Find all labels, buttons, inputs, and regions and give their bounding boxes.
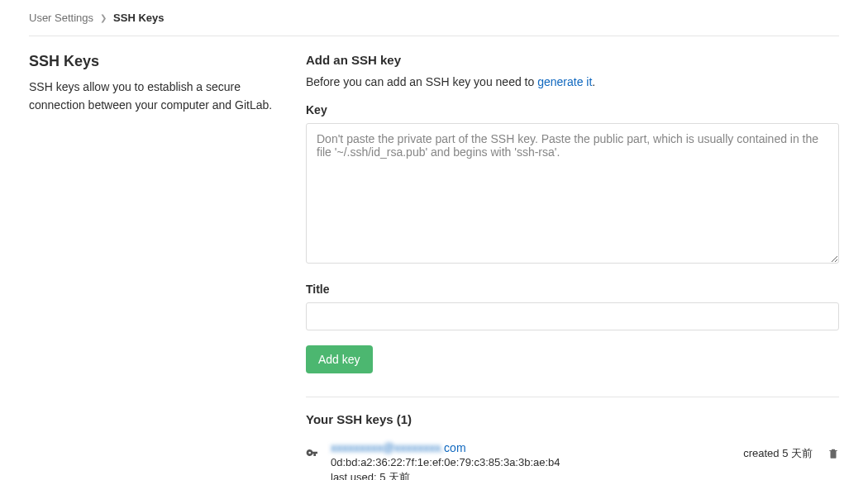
key-last-used: last used: 5 天前 xyxy=(331,470,732,480)
key-email-obscured[interactable]: xxxxxxxxx@xxxxxxxx. xyxy=(331,441,444,454)
key-icon xyxy=(306,446,319,462)
key-fingerprint: 0d:bd:a2:36:22:7f:1e:ef:0e:79:c3:85:3a:3… xyxy=(331,456,732,468)
key-email-suffix[interactable]: com xyxy=(444,441,465,454)
key-created: created 5 天前 xyxy=(743,446,813,461)
title-label: Title xyxy=(306,283,839,296)
your-keys-heading: Your SSH keys (1) xyxy=(306,412,839,426)
add-key-heading: Add an SSH key xyxy=(306,53,839,67)
trash-icon[interactable] xyxy=(827,448,839,459)
page-description: SSH keys allow you to establish a secure… xyxy=(29,78,289,114)
breadcrumb-current: SSH Keys xyxy=(113,12,164,24)
key-textarea[interactable] xyxy=(306,123,839,264)
divider xyxy=(306,397,839,397)
intro-suffix: . xyxy=(592,75,595,88)
page-title: SSH Keys xyxy=(29,53,289,70)
generate-it-link[interactable]: generate it xyxy=(537,75,592,88)
chevron-right-icon: ❯ xyxy=(100,13,107,22)
add-key-intro: Before you can add an SSH key you need t… xyxy=(306,75,839,88)
intro-prefix: Before you can add an SSH key you need t… xyxy=(306,75,537,88)
key-label: Key xyxy=(306,103,839,116)
breadcrumb-parent[interactable]: User Settings xyxy=(29,12,93,24)
ssh-key-row: xxxxxxxxx@xxxxxxxx.com 0d:bd:a2:36:22:7f… xyxy=(306,441,839,480)
title-input[interactable] xyxy=(306,302,839,330)
add-key-button[interactable]: Add key xyxy=(306,345,373,373)
breadcrumb: User Settings ❯ SSH Keys xyxy=(29,12,839,36)
